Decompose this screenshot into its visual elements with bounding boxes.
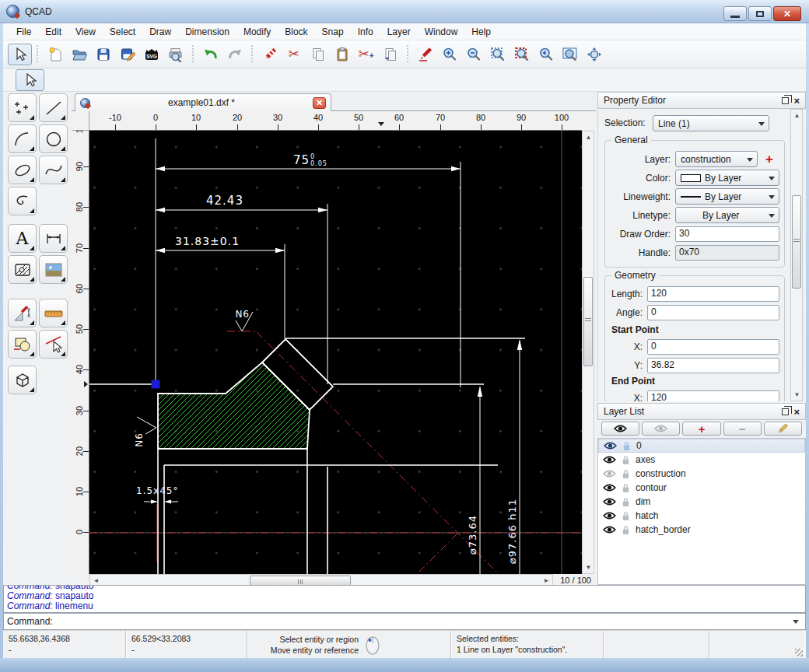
float-panel-icon[interactable] <box>782 97 789 104</box>
command-input[interactable]: Command: <box>3 613 806 630</box>
layer-lock-icon[interactable] <box>622 483 630 493</box>
menu-draw[interactable]: Draw <box>142 24 178 40</box>
hatch-area[interactable] <box>158 362 310 449</box>
scroll-up-icon[interactable]: ▲ <box>583 131 594 143</box>
layer-lock-icon[interactable] <box>622 441 631 451</box>
layer-visible-icon[interactable] <box>603 455 616 464</box>
layer-visible-icon[interactable] <box>603 525 616 534</box>
length-input[interactable]: 120 <box>647 286 779 302</box>
close-button[interactable]: ✕ <box>773 6 801 21</box>
layer-row-hatch[interactable]: hatch <box>598 509 805 523</box>
layer-lock-icon[interactable] <box>622 511 630 521</box>
selection-mode-button[interactable] <box>16 69 44 91</box>
linetype-combobox[interactable]: By Layer <box>675 207 779 223</box>
print-preview-button[interactable] <box>163 44 187 65</box>
minimize-button[interactable] <box>723 6 747 21</box>
menu-file[interactable]: File <box>9 24 38 40</box>
measure-tools-button[interactable] <box>39 299 68 327</box>
selection-handle[interactable] <box>152 380 160 389</box>
property-editor-titlebar[interactable]: Property Editor × <box>597 92 806 109</box>
text-tools-button[interactable]: A <box>8 224 37 253</box>
layer-lock-icon[interactable] <box>622 455 630 465</box>
command-options-dropdown[interactable] <box>790 615 802 628</box>
vscroll-thumb[interactable] <box>583 277 593 366</box>
new-file-button[interactable] <box>43 44 67 65</box>
layer-visible-icon[interactable] <box>603 511 616 520</box>
misc-draw-tools-button[interactable] <box>8 299 37 327</box>
menu-window[interactable]: Window <box>418 24 465 40</box>
dimension-lines[interactable] <box>144 138 520 574</box>
dimension-tools-button[interactable] <box>39 224 68 253</box>
menu-select[interactable]: Select <box>103 24 142 40</box>
tab-close-button[interactable]: ✕ <box>313 97 326 109</box>
svg-export-button[interactable]: SVG <box>139 44 163 65</box>
menu-help[interactable]: Help <box>464 24 498 40</box>
layer-row-axes[interactable]: axes <box>598 453 805 467</box>
scroll-up-icon[interactable]: ▲ <box>791 110 803 121</box>
pe-scroll-thumb[interactable] <box>792 195 801 289</box>
layer-combobox[interactable]: construction <box>675 151 758 167</box>
window-titlebar[interactable]: QCAD ✕ <box>0 0 809 23</box>
start-y-input[interactable]: 36.82 <box>647 358 779 373</box>
menu-info[interactable]: Info <box>351 24 380 40</box>
zoom-selection-button[interactable] <box>510 44 534 65</box>
copy-button[interactable] <box>306 44 330 65</box>
delete-button[interactable] <box>257 44 282 65</box>
layer-visible-icon[interactable] <box>603 483 616 492</box>
document-tab[interactable]: example01.dxf * ✕ <box>75 93 331 111</box>
zoom-out-button[interactable] <box>461 44 485 65</box>
layer-row-0[interactable]: 0 <box>598 439 805 453</box>
cut-with-reference-button[interactable]: ✂+ <box>354 44 378 65</box>
close-panel-icon[interactable]: × <box>793 96 800 106</box>
solid-tools-button[interactable] <box>8 366 37 394</box>
zoom-auto-button[interactable] <box>485 44 510 65</box>
scroll-down-icon[interactable]: ▼ <box>583 562 594 573</box>
end-x-input[interactable]: 120 <box>647 390 779 401</box>
layer-lock-icon[interactable] <box>622 497 630 507</box>
undo-button[interactable] <box>198 44 222 65</box>
close-panel-icon[interactable]: × <box>793 407 800 417</box>
hide-all-layers-button[interactable] <box>642 422 680 436</box>
layer-hidden-icon[interactable] <box>603 469 616 478</box>
menu-view[interactable]: View <box>68 24 103 40</box>
float-panel-icon[interactable] <box>782 408 789 415</box>
lineweight-combobox[interactable]: By Layer <box>675 188 779 205</box>
menu-modify[interactable]: Modify <box>236 24 278 40</box>
zoom-pan-button[interactable] <box>582 44 606 65</box>
point-tools-button[interactable] <box>8 93 37 122</box>
menu-dimension[interactable]: Dimension <box>178 24 236 40</box>
edit-pencil-button[interactable] <box>413 44 437 65</box>
resize-grip[interactable] <box>795 649 803 656</box>
ellipse-tools-button[interactable] <box>8 156 37 184</box>
part-contour[interactable] <box>89 338 525 574</box>
menu-snap[interactable]: Snap <box>315 24 351 40</box>
menu-edit[interactable]: Edit <box>38 24 68 40</box>
layer-lock-icon[interactable] <box>622 525 630 535</box>
color-combobox[interactable]: By Layer <box>675 170 779 186</box>
scroll-down-icon[interactable]: ▼ <box>791 389 803 401</box>
selection-combobox[interactable]: Line (1) <box>653 115 769 131</box>
modify-tools-button[interactable] <box>8 330 37 359</box>
layer-row-construction[interactable]: construction <box>598 467 805 481</box>
start-x-input[interactable]: 0 <box>647 339 779 355</box>
add-layer-button[interactable]: + <box>765 152 773 166</box>
line-tools-button[interactable] <box>39 93 68 122</box>
open-file-button[interactable] <box>67 44 91 65</box>
cut-button[interactable]: ✂ <box>282 44 306 65</box>
layer-visible-icon[interactable] <box>604 441 617 450</box>
maximize-button[interactable] <box>748 6 772 21</box>
polyline-tools-button[interactable] <box>8 187 37 215</box>
edit-layer-button[interactable] <box>764 422 802 436</box>
show-all-layers-button[interactable] <box>601 422 639 436</box>
hatch-tools-button[interactable] <box>8 255 37 284</box>
layer-row-contour[interactable]: contour <box>598 481 805 495</box>
drawing-canvas[interactable]: 75 0 0.05 42.43 31.83±0.1 1.5x45° ⌀73.64… <box>89 131 582 574</box>
spline-tools-button[interactable] <box>39 156 68 184</box>
selection-tool-button[interactable] <box>8 44 32 65</box>
remove-layer-button[interactable]: − <box>723 422 762 436</box>
menu-block[interactable]: Block <box>278 24 314 40</box>
zoom-in-button[interactable] <box>437 44 461 65</box>
layer-row-dim[interactable]: dim <box>598 495 805 509</box>
redo-button[interactable] <box>222 44 247 65</box>
copy-with-reference-button[interactable]: + <box>378 44 402 65</box>
